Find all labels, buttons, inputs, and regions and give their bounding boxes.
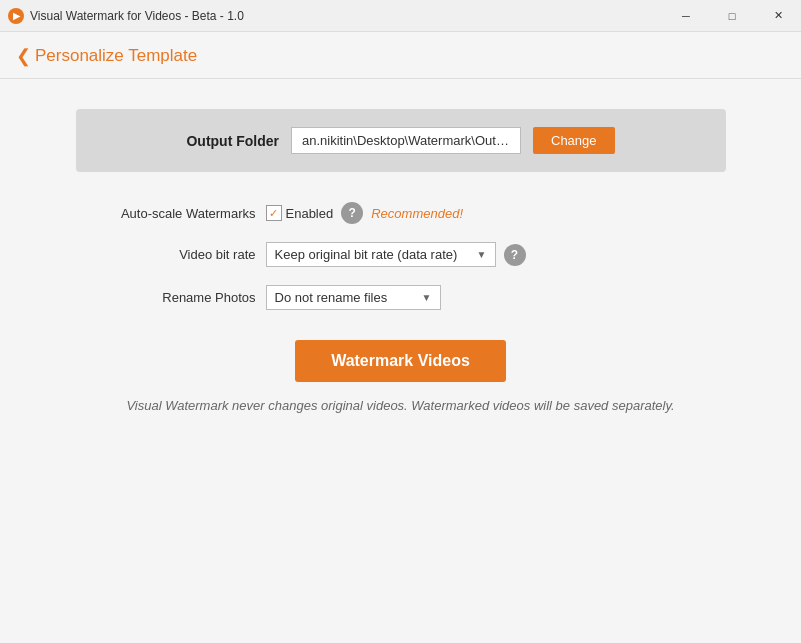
rename-photos-row: Rename Photos Do not rename files ▼: [76, 285, 726, 310]
auto-scale-content: ✓ Enabled ? Recommended!: [266, 202, 464, 224]
output-folder-section: Output Folder Change: [76, 109, 726, 172]
watermark-videos-button[interactable]: Watermark Videos: [295, 340, 506, 382]
output-folder-label: Output Folder: [186, 133, 279, 149]
app-icon-char: ▶: [13, 11, 20, 21]
rename-photos-selected: Do not rename files: [275, 290, 388, 305]
rename-photos-dropdown-arrow: ▼: [422, 292, 432, 303]
page-header: ❮ Personalize Template: [0, 32, 801, 79]
auto-scale-label: Auto-scale Watermarks: [76, 206, 256, 221]
checkmark: ✓: [269, 207, 278, 220]
change-folder-button[interactable]: Change: [533, 127, 615, 154]
video-bit-rate-content: Keep original bit rate (data rate) ▼ ?: [266, 242, 526, 267]
video-bit-rate-label: Video bit rate: [76, 247, 256, 262]
checkbox-icon: ✓: [266, 205, 282, 221]
video-bit-rate-dropdown-arrow: ▼: [477, 249, 487, 260]
enabled-text: Enabled: [286, 206, 334, 221]
auto-scale-row: Auto-scale Watermarks ✓ Enabled ? Recomm…: [76, 202, 726, 224]
maximize-button[interactable]: □: [709, 0, 755, 32]
window-controls: ─ □ ✕: [663, 0, 801, 32]
page-title: Personalize Template: [35, 46, 197, 66]
minimize-button[interactable]: ─: [663, 0, 709, 32]
form-section: Auto-scale Watermarks ✓ Enabled ? Recomm…: [76, 202, 726, 310]
video-bit-rate-row: Video bit rate Keep original bit rate (d…: [76, 242, 726, 267]
title-bar: ▶ Visual Watermark for Videos - Beta - 1…: [0, 0, 801, 32]
back-arrow-icon: ❮: [16, 47, 31, 65]
auto-scale-checkbox[interactable]: ✓ Enabled: [266, 205, 334, 221]
rename-photos-dropdown[interactable]: Do not rename files ▼: [266, 285, 441, 310]
output-folder-path-input[interactable]: [291, 127, 521, 154]
title-bar-left: ▶ Visual Watermark for Videos - Beta - 1…: [8, 8, 244, 24]
main-panel: Output Folder Change Auto-scale Watermar…: [0, 79, 801, 643]
close-button[interactable]: ✕: [755, 0, 801, 32]
app-icon: ▶: [8, 8, 24, 24]
watermark-btn-container: Watermark Videos: [295, 340, 506, 382]
rename-photos-label: Rename Photos: [76, 290, 256, 305]
video-bit-rate-dropdown[interactable]: Keep original bit rate (data rate) ▼: [266, 242, 496, 267]
auto-scale-help-button[interactable]: ?: [341, 202, 363, 224]
back-link[interactable]: ❮ Personalize Template: [16, 46, 785, 66]
rename-photos-content: Do not rename files ▼: [266, 285, 441, 310]
video-bit-rate-selected: Keep original bit rate (data rate): [275, 247, 458, 262]
app-title: Visual Watermark for Videos - Beta - 1.0: [30, 9, 244, 23]
video-bit-rate-help-button[interactable]: ?: [504, 244, 526, 266]
recommended-text: Recommended!: [371, 206, 463, 221]
footer-note: Visual Watermark never changes original …: [126, 398, 674, 413]
content-area: ❮ Personalize Template Output Folder Cha…: [0, 32, 801, 643]
